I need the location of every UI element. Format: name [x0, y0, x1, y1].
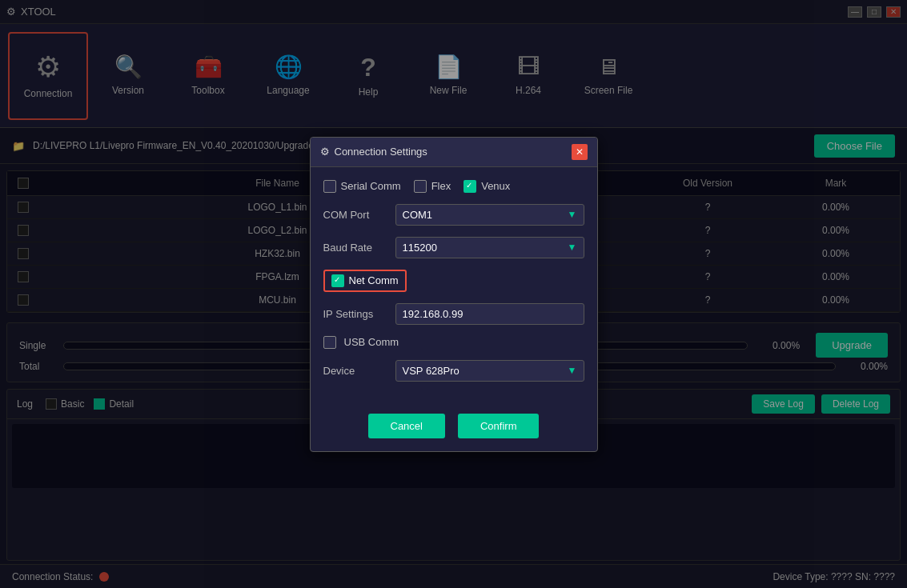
- serial-comm-checkbox[interactable]: [323, 180, 336, 193]
- com-port-display[interactable]: COM1 ▼: [395, 204, 584, 226]
- com-port-label: COM Port: [323, 209, 387, 221]
- com-port-select[interactable]: COM1 ▼: [395, 204, 584, 226]
- modal-body: Serial Comm Flex Venux COM Port COM1 ▼: [311, 167, 597, 406]
- modal-footer: Cancel Confirm: [311, 406, 597, 451]
- device-select[interactable]: VSP 628Pro ▼: [395, 360, 584, 382]
- venux-checkbox[interactable]: [464, 180, 476, 193]
- flex-label: Flex: [431, 180, 451, 192]
- usb-comm-row: USB Comm: [323, 336, 584, 349]
- baud-rate-display[interactable]: 115200 ▼: [395, 237, 584, 258]
- comm-type-group: Serial Comm Flex Venux: [323, 180, 584, 193]
- baud-rate-row: Baud Rate 115200 ▼: [323, 237, 584, 258]
- device-row: Device VSP 628Pro ▼: [323, 360, 584, 382]
- modal-title-icon: ⚙: [320, 146, 330, 158]
- connection-settings-modal: ⚙ Connection Settings ✕ Serial Comm Flex…: [310, 137, 598, 452]
- serial-comm-label: Serial Comm: [341, 180, 401, 192]
- flex-item[interactable]: Flex: [414, 180, 451, 193]
- serial-comm-item[interactable]: Serial Comm: [323, 180, 401, 193]
- device-arrow: ▼: [568, 365, 577, 376]
- baud-rate-arrow: ▼: [568, 242, 577, 253]
- com-port-row: COM Port COM1 ▼: [323, 204, 584, 226]
- usb-comm-checkbox[interactable]: [323, 336, 336, 349]
- net-comm-label: Net Comm: [349, 274, 399, 286]
- usb-comm-label: USB Comm: [344, 336, 399, 348]
- net-comm-row: Net Comm: [323, 270, 584, 292]
- com-port-arrow: ▼: [568, 209, 577, 220]
- confirm-button[interactable]: Confirm: [458, 414, 540, 438]
- venux-label: Venux: [481, 180, 510, 192]
- net-comm-item[interactable]: Net Comm: [323, 270, 407, 292]
- modal-close-button[interactable]: ✕: [572, 144, 588, 160]
- device-display[interactable]: VSP 628Pro ▼: [395, 360, 584, 382]
- venux-item[interactable]: Venux: [464, 180, 510, 193]
- baud-rate-select[interactable]: 115200 ▼: [395, 237, 584, 258]
- ip-settings-input[interactable]: [395, 303, 584, 325]
- cancel-button[interactable]: Cancel: [368, 414, 445, 438]
- device-label: Device: [323, 365, 387, 377]
- ip-settings-row: IP Settings: [323, 303, 584, 325]
- baud-rate-label: Baud Rate: [323, 242, 387, 254]
- ip-settings-label: IP Settings: [323, 308, 387, 320]
- modal-overlay: ⚙ Connection Settings ✕ Serial Comm Flex…: [0, 0, 907, 588]
- modal-header: ⚙ Connection Settings ✕: [311, 138, 597, 167]
- net-comm-checkbox[interactable]: [331, 274, 344, 287]
- modal-title: ⚙ Connection Settings: [320, 146, 427, 158]
- flex-checkbox[interactable]: [414, 180, 427, 193]
